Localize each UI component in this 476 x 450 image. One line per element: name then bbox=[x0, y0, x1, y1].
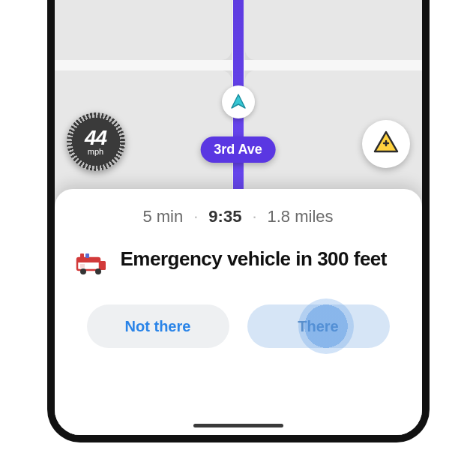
separator-dot: · bbox=[193, 207, 198, 226]
svg-rect-1 bbox=[77, 258, 100, 262]
speed-value: 44 bbox=[85, 128, 106, 148]
hazard-triangle-icon bbox=[373, 129, 400, 159]
separator-dot: · bbox=[252, 207, 256, 226]
home-indicator bbox=[193, 424, 283, 428]
bottom-sheet: 5 min · 9:35 · 1.8 miles Emergency vehi bbox=[55, 189, 422, 435]
arrival-time: 9:35 bbox=[208, 207, 241, 226]
map-block bbox=[55, 0, 232, 60]
there-label: There bbox=[298, 318, 338, 335]
svg-rect-4 bbox=[85, 254, 89, 258]
current-location-marker bbox=[222, 86, 255, 118]
speed-unit: mph bbox=[88, 147, 103, 156]
trip-distance: 1.8 miles bbox=[268, 207, 334, 226]
alert-row: Emergency vehicle in 300 feet bbox=[76, 248, 401, 276]
svg-point-6 bbox=[95, 268, 101, 274]
trip-summary-row: 5 min · 9:35 · 1.8 miles bbox=[76, 207, 401, 226]
map-block bbox=[245, 0, 422, 60]
speedometer: 44 mph bbox=[67, 112, 125, 171]
svg-point-5 bbox=[80, 268, 86, 274]
alert-title: Emergency vehicle in 300 feet bbox=[121, 248, 387, 271]
street-name-badge: 3rd Ave bbox=[200, 136, 276, 163]
svg-rect-2 bbox=[100, 261, 106, 270]
not-there-label: Not there bbox=[125, 318, 191, 335]
add-report-button[interactable] bbox=[362, 120, 410, 168]
confirmation-buttons: Not there There bbox=[76, 304, 401, 348]
heading-arrow-icon bbox=[229, 93, 247, 111]
svg-rect-7 bbox=[80, 264, 85, 268]
svg-rect-3 bbox=[80, 254, 84, 258]
street-name-label: 3rd Ave bbox=[214, 142, 262, 157]
not-there-button[interactable]: Not there bbox=[87, 304, 229, 348]
there-button[interactable]: There bbox=[247, 304, 390, 348]
eta-duration: 5 min bbox=[142, 207, 183, 226]
phone-frame: 3rd Ave 44 mph 5 min · 9:35 · 1.8 miles bbox=[47, 0, 430, 442]
emergency-vehicle-icon bbox=[76, 250, 107, 276]
